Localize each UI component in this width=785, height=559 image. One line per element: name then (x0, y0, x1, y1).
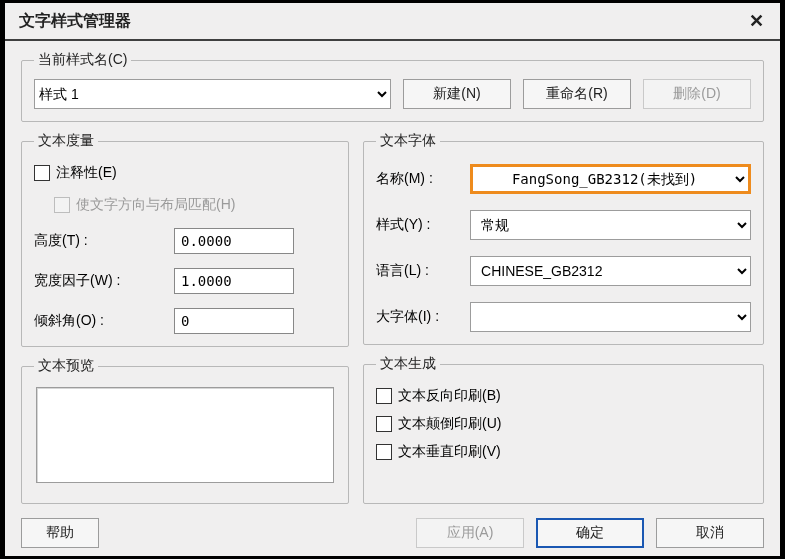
text-metrics-group: 文本度量 注释性(E) 使文字方向与布局匹配(H) 高度(T) : (21, 132, 349, 347)
font-name-select[interactable]: FangSong_GB2312(未找到) (470, 164, 751, 194)
apply-button: 应用(A) (416, 518, 524, 548)
width-factor-label: 宽度因子(W) : (34, 272, 174, 290)
left-column: 文本度量 注释性(E) 使文字方向与布局匹配(H) 高度(T) : (21, 132, 349, 504)
font-style-label: 样式(Y) : (376, 216, 462, 234)
annotative-label: 注释性(E) (56, 164, 117, 182)
titlebar: 文字样式管理器 ✕ (5, 3, 780, 39)
vertical-row: 文本垂直印刷(V) (376, 443, 751, 461)
font-lang-row: 语言(L) : CHINESE_GB2312 (376, 256, 751, 286)
font-lang-select[interactable]: CHINESE_GB2312 (470, 256, 751, 286)
text-preview-legend: 文本预览 (34, 357, 98, 375)
cancel-button[interactable]: 取消 (656, 518, 764, 548)
current-style-select[interactable]: 样式 1 (34, 79, 391, 109)
text-generation-group: 文本生成 文本反向印刷(B) 文本颠倒印刷(U) 文本垂直印刷(V) (363, 355, 764, 504)
height-label: 高度(T) : (34, 232, 174, 250)
backwards-row: 文本反向印刷(B) (376, 387, 751, 405)
match-orient-label: 使文字方向与布局匹配(H) (76, 196, 235, 214)
vertical-checkbox[interactable] (376, 444, 392, 460)
font-lang-label: 语言(L) : (376, 262, 462, 280)
delete-button: 删除(D) (643, 79, 751, 109)
font-name-label: 名称(M) : (376, 170, 462, 188)
width-factor-row: 宽度因子(W) : (34, 268, 336, 294)
font-bigfont-row: 大字体(I) : (376, 302, 751, 332)
backwards-label: 文本反向印刷(B) (398, 387, 501, 405)
preview-box (36, 387, 334, 483)
bottom-button-row: 帮助 应用(A) 确定 取消 (21, 514, 764, 548)
match-orient-row: 使文字方向与布局匹配(H) (54, 196, 336, 214)
height-row: 高度(T) : (34, 228, 336, 254)
rename-button[interactable]: 重命名(R) (523, 79, 631, 109)
text-metrics-legend: 文本度量 (34, 132, 98, 150)
current-style-group: 当前样式名(C) 样式 1 新建(N) 重命名(R) 删除(D) (21, 51, 764, 122)
close-icon[interactable]: ✕ (741, 6, 772, 36)
font-bigfont-label: 大字体(I) : (376, 308, 462, 326)
font-name-row: 名称(M) : FangSong_GB2312(未找到) (376, 164, 751, 194)
width-factor-input[interactable] (174, 268, 294, 294)
vertical-label: 文本垂直印刷(V) (398, 443, 501, 461)
upsidedown-label: 文本颠倒印刷(U) (398, 415, 501, 433)
text-preview-group: 文本预览 (21, 357, 349, 504)
ok-button[interactable]: 确定 (536, 518, 644, 548)
annotative-checkbox[interactable] (34, 165, 50, 181)
current-style-legend: 当前样式名(C) (34, 51, 131, 69)
oblique-row: 倾斜角(O) : (34, 308, 336, 334)
oblique-input[interactable] (174, 308, 294, 334)
font-bigfont-select[interactable] (470, 302, 751, 332)
upsidedown-checkbox[interactable] (376, 416, 392, 432)
help-button[interactable]: 帮助 (21, 518, 99, 548)
upsidedown-row: 文本颠倒印刷(U) (376, 415, 751, 433)
right-column: 文本字体 名称(M) : FangSong_GB2312(未找到) 样式(Y) (363, 132, 764, 504)
height-input[interactable] (174, 228, 294, 254)
text-font-legend: 文本字体 (376, 132, 440, 150)
oblique-label: 倾斜角(O) : (34, 312, 174, 330)
text-style-manager-dialog: 文字样式管理器 ✕ 当前样式名(C) 样式 1 新建(N) 重命名(R) 删除(… (5, 3, 780, 556)
text-font-group: 文本字体 名称(M) : FangSong_GB2312(未找到) 样式(Y) (363, 132, 764, 345)
font-style-select[interactable]: 常规 (470, 210, 751, 240)
backwards-checkbox[interactable] (376, 388, 392, 404)
annotative-row: 注释性(E) (34, 164, 336, 182)
match-orient-checkbox (54, 197, 70, 213)
text-generation-legend: 文本生成 (376, 355, 440, 373)
font-style-row: 样式(Y) : 常规 (376, 210, 751, 240)
dialog-content: 当前样式名(C) 样式 1 新建(N) 重命名(R) 删除(D) 文本度量 (5, 41, 780, 556)
middle-columns: 文本度量 注释性(E) 使文字方向与布局匹配(H) 高度(T) : (21, 132, 764, 504)
dialog-title: 文字样式管理器 (19, 11, 131, 32)
new-button[interactable]: 新建(N) (403, 79, 511, 109)
